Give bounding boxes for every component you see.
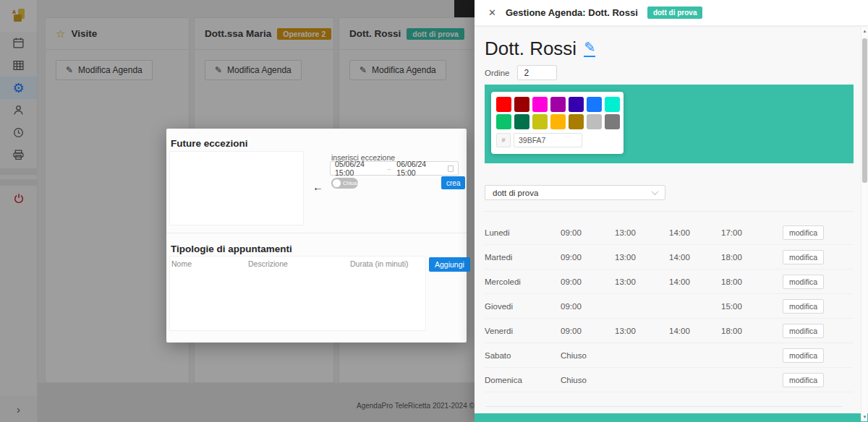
table-row: Domenica Chiuso modifica <box>485 368 854 392</box>
time-cell: 13:00 <box>615 327 669 335</box>
color-swatch[interactable] <box>532 114 548 129</box>
column-header-durata: Durata (in minuti) <box>350 259 409 268</box>
hex-color-input[interactable] <box>514 133 582 147</box>
color-swatch[interactable] <box>532 97 548 112</box>
modifica-button[interactable]: modifica <box>783 373 824 387</box>
time-cell: 09:00 <box>561 327 615 335</box>
scrollbar-thumb[interactable] <box>862 38 867 183</box>
column-header-descrizione: Descrizione <box>248 259 288 268</box>
panel-divider <box>485 211 854 212</box>
color-swatch[interactable] <box>605 114 620 129</box>
calendar-icon[interactable] <box>448 165 454 172</box>
time-cell: 14:00 <box>669 253 721 262</box>
date-to-value[interactable]: 06/06/24 15:00 <box>396 160 443 177</box>
modifica-button[interactable]: modifica <box>783 275 824 289</box>
crea-button[interactable]: crea <box>441 176 465 189</box>
scroll-up-icon[interactable]: ▲ <box>861 29 868 33</box>
table-row: Giovedi 09:00 15:00 modifica <box>485 294 854 319</box>
gestione-agenda-panel: ✕ Gestione Agenda: Dott. Rossi dott di p… <box>475 0 868 422</box>
time-cell: 09:00 <box>561 302 615 311</box>
date-from-value[interactable]: 05/06/24 15:00 <box>335 160 381 177</box>
day-label: Domenica <box>485 376 561 384</box>
table-row: Lunedi 09:00 13:00 14:00 17:00 modifica <box>485 220 854 245</box>
color-swatch[interactable] <box>569 97 584 112</box>
types-title: Tipologie di appuntamenti <box>171 244 292 254</box>
time-cell: 13:00 <box>615 228 669 237</box>
modifica-button[interactable]: modifica <box>783 324 824 338</box>
time-cell: Chiuso <box>561 351 615 360</box>
time-cell: 14:00 <box>669 228 721 237</box>
table-row: Mercoledi 09:00 13:00 14:00 18:00 modifi… <box>485 270 854 294</box>
app-window: AgendaPro TeleRicetta 2021-2024 © Vash A… <box>0 0 868 422</box>
day-label: Sabato <box>485 351 561 360</box>
day-label: Martedi <box>485 253 561 262</box>
time-cell: 18:00 <box>721 327 783 335</box>
panel-header: ✕ Gestione Agenda: Dott. Rossi dott di p… <box>475 0 868 26</box>
scroll-down-icon[interactable]: ▼ <box>861 415 868 419</box>
order-label: Ordine <box>485 69 510 77</box>
panel-bottom-divider <box>486 406 842 407</box>
table-row: Martedi 09:00 13:00 14:00 18:00 modifica <box>485 245 854 270</box>
panel-scrollbar[interactable]: ▲ ▼ <box>861 27 867 421</box>
order-input[interactable] <box>517 65 557 80</box>
color-swatch[interactable] <box>569 114 584 129</box>
weekly-schedule-table: Lunedi 09:00 13:00 14:00 17:00 modifica … <box>485 220 854 392</box>
time-cell: 09:00 <box>561 253 615 262</box>
modifica-button[interactable]: modifica <box>783 348 824 363</box>
time-cell: 09:00 <box>561 228 615 237</box>
color-swatch[interactable] <box>587 97 602 112</box>
panel-bottom-bar <box>475 413 868 422</box>
time-cell: 17:00 <box>721 228 783 237</box>
left-arrow-icon: ← <box>312 181 323 193</box>
time-cell: 13:00 <box>615 253 669 262</box>
exceptions-empty-list <box>169 151 304 225</box>
exception-daterange-input[interactable]: 05/06/24 15:00 → 06/06/24 15:00 <box>330 161 459 176</box>
time-cell: 14:00 <box>669 277 721 286</box>
color-swatch[interactable] <box>496 114 511 129</box>
types-table: Nome Descrizione Durata (in minuti) <box>169 256 426 331</box>
time-cell: Chiuso <box>561 376 615 384</box>
color-picker: # <box>491 92 624 154</box>
time-cell: 18:00 <box>721 277 783 286</box>
agenda-select-dropdown[interactable]: dott di prova <box>485 185 665 200</box>
toggle-label: Chiuso <box>343 180 359 186</box>
panel-header-badge: dott di prova <box>647 7 703 19</box>
color-swatch[interactable] <box>587 114 602 129</box>
column-header-nome: Nome <box>171 259 192 268</box>
exceptions-modal: Future eccezioni ← inserisci eccezione 0… <box>166 129 467 343</box>
color-swatch[interactable] <box>514 97 529 112</box>
agenda-color-banner: # <box>485 85 854 163</box>
close-icon[interactable]: ✕ <box>488 7 496 18</box>
table-row: Venerdi 09:00 13:00 14:00 18:00 modifica <box>485 319 854 343</box>
date-range-arrow: → <box>386 165 392 172</box>
color-swatch[interactable] <box>550 97 566 112</box>
time-cell: 18:00 <box>721 253 783 262</box>
dropdown-selected-value: dott di prova <box>493 189 538 197</box>
edit-name-icon[interactable]: ✎ <box>584 40 595 57</box>
panel-title: Gestione Agenda: Dott. Rossi <box>506 7 638 18</box>
time-cell: 13:00 <box>615 277 669 286</box>
modal-divider <box>166 233 467 233</box>
color-swatch[interactable] <box>550 114 566 129</box>
toggle-knob <box>333 179 341 187</box>
doctor-name-heading: Dott. Rossi <box>485 38 576 60</box>
table-row: Sabato Chiuso modifica <box>485 343 854 368</box>
day-label: Mercoledi <box>485 277 561 286</box>
color-swatch[interactable] <box>605 97 620 112</box>
color-swatch[interactable] <box>514 114 529 129</box>
day-label: Lunedi <box>485 228 561 237</box>
modifica-button[interactable]: modifica <box>783 299 824 314</box>
time-cell: 09:00 <box>561 277 615 286</box>
exceptions-title: Future eccezioni <box>171 138 248 149</box>
time-cell: 15:00 <box>721 302 783 311</box>
modifica-button[interactable]: modifica <box>783 225 824 240</box>
day-label: Venerdi <box>485 327 561 335</box>
time-cell: 14:00 <box>669 327 721 335</box>
chevron-down-icon <box>652 188 659 195</box>
chiuso-toggle[interactable]: Chiuso <box>331 178 358 189</box>
modifica-button[interactable]: modifica <box>783 250 824 264</box>
hex-prefix: # <box>496 133 511 147</box>
day-label: Giovedi <box>485 302 561 311</box>
color-swatch[interactable] <box>496 97 511 112</box>
aggiungi-button[interactable]: Aggiungi <box>429 257 470 272</box>
